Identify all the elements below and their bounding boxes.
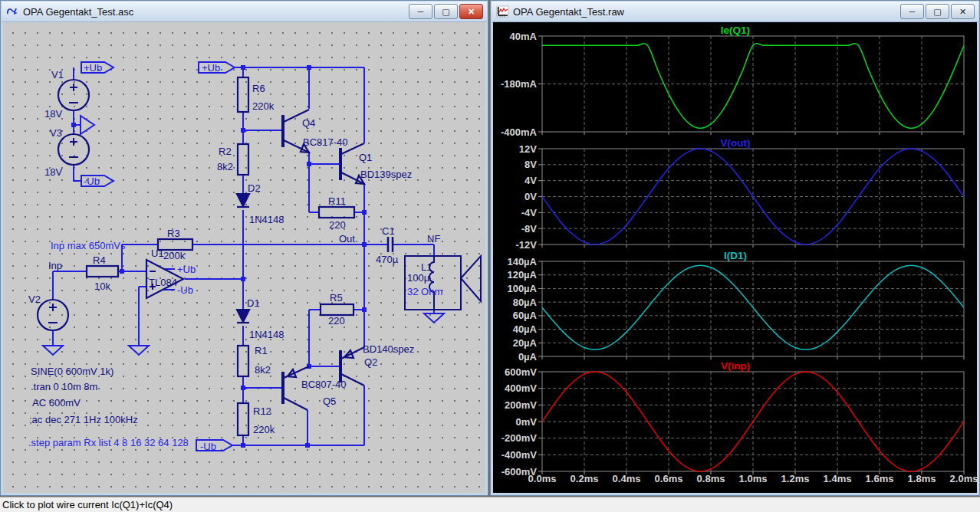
plot-pane-Ie(Q1)[interactable]: 40mA-180mA-400mAIe(Q1) — [501, 25, 964, 138]
y-tick-label[interactable]: 40µA — [513, 323, 538, 335]
y-tick-label[interactable]: 80µA — [513, 297, 538, 308]
y-tick-label[interactable]: -200mV — [502, 432, 538, 444]
schematic-window-titlebar[interactable]: OPA Gegentakt_Test.asc ─ ▢ ✕ — [2, 2, 487, 22]
y-tick-label[interactable]: -180mA — [501, 78, 538, 90]
minimize-button[interactable]: ─ — [409, 4, 432, 19]
y-tick-label[interactable]: 0V — [525, 191, 537, 202]
status-bar: Click to plot wire current Ic(Q1)+Ic(Q4) — [0, 497, 980, 512]
waveform-file-icon — [496, 5, 509, 18]
y-tick-label[interactable]: -12V — [516, 239, 538, 251]
close-button[interactable]: ✕ — [459, 4, 483, 19]
y-tick-label[interactable]: -4V — [521, 207, 538, 218]
x-tick-label[interactable]: 0.2ms — [571, 473, 599, 484]
y-tick-label[interactable]: 12V — [519, 143, 537, 155]
y-tick-label[interactable]: 0µA — [518, 351, 538, 363]
plot-pane-V(out)[interactable]: 12V8V4V0V-4V-8V-12VV(out) — [516, 137, 964, 251]
x-tick-label[interactable]: 0.6ms — [655, 473, 683, 484]
schematic-window-title: OPA Gegentakt_Test.asc — [23, 6, 133, 18]
x-tick-label[interactable]: 1.0ms — [739, 473, 768, 484]
close-button[interactable]: ✕ — [951, 4, 975, 19]
trace-label-I(D1)[interactable]: I(D1) — [724, 250, 747, 261]
status-bar-text: Click to plot wire current Ic(Q1)+Ic(Q4) — [2, 499, 173, 510]
x-tick-label[interactable]: 0.4ms — [613, 473, 641, 484]
x-tick-label[interactable]: 0.0ms — [528, 473, 557, 484]
plot-pane-I(D1)[interactable]: 140µA120µA100µA80µA60µA40µA20µA0µAI(D1) — [507, 250, 964, 363]
y-tick-label[interactable]: 4V — [525, 175, 537, 186]
trace-label-V(out)[interactable]: V(out) — [721, 137, 751, 149]
schematic-file-icon — [6, 5, 19, 18]
schematic-window: V118VV318V+Ub-Ub+UbR6220kR28k2D21N4148Q4… — [0, 0, 488, 496]
x-tick-label[interactable]: 1.8ms — [908, 473, 936, 484]
y-tick-label[interactable]: 60µA — [513, 310, 538, 321]
y-tick-label[interactable]: 140µA — [507, 256, 537, 267]
trace-label-Ie(Q1)[interactable]: Ie(Q1) — [721, 25, 750, 36]
y-tick-label[interactable]: 100µA — [507, 283, 537, 294]
x-tick-label[interactable]: 1.4ms — [824, 473, 852, 484]
y-tick-label[interactable]: 600mV — [505, 366, 537, 378]
x-tick-label[interactable]: 0.8ms — [697, 473, 725, 484]
y-tick-label[interactable]: -8V — [521, 223, 538, 235]
x-tick-label[interactable]: 1.6ms — [866, 473, 894, 484]
y-tick-label[interactable]: 400mV — [505, 382, 537, 394]
waveform-plot[interactable]: 40mA-180mA-400mAIe(Q1)12V8V4V0V-4V-8V-12… — [493, 22, 978, 494]
y-tick-label[interactable]: 40mA — [510, 31, 538, 42]
minimize-button[interactable]: ─ — [900, 4, 924, 19]
y-tick-label[interactable]: 200mV — [505, 399, 537, 411]
waveform-window-title: OPA Gegentakt_Test.raw — [513, 6, 624, 18]
trace-V(inp)[interactable] — [542, 372, 964, 471]
y-tick-label[interactable]: 0mV — [516, 416, 538, 428]
trace-label-V(inp)[interactable]: V(inp) — [721, 360, 750, 372]
schematic-canvas[interactable] — [3, 22, 485, 493]
plot-pane-V(inp)[interactable]: 600mV400mV200mV0mV-200mV-400mV-600mVV(in… — [502, 360, 964, 478]
y-tick-label[interactable]: 120µA — [507, 269, 537, 281]
waveform-window: 40mA-180mA-400mAIe(Q1)12V8V4V0V-4V-8V-12… — [490, 0, 980, 496]
x-tick-label[interactable]: 1.2ms — [781, 473, 810, 484]
waveform-window-titlebar[interactable]: OPA Gegentakt_Test.raw ─ ▢ ✕ — [492, 2, 978, 22]
y-tick-label[interactable]: -400mA — [501, 126, 538, 138]
y-tick-label[interactable]: 20µA — [513, 337, 538, 349]
maximize-button[interactable]: ▢ — [434, 4, 458, 19]
y-tick-label[interactable]: -400mV — [502, 449, 538, 461]
x-tick-label[interactable]: 2.0ms — [950, 473, 978, 484]
maximize-button[interactable]: ▢ — [926, 4, 949, 19]
y-tick-label[interactable]: 8V — [525, 159, 537, 170]
